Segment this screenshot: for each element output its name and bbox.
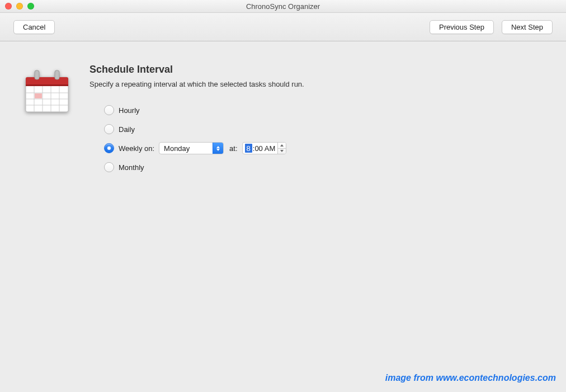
- option-weekly-label: Weekly on:: [119, 144, 154, 153]
- toolbar: Cancel Previous Step Next Step: [0, 13, 566, 41]
- option-monthly[interactable]: Monthly: [104, 158, 555, 177]
- weekly-time-field[interactable]: 8:00 AM: [242, 142, 287, 154]
- close-window-icon[interactable]: [5, 3, 12, 10]
- option-hourly-label: Hourly: [119, 106, 140, 115]
- weekly-time-rest: :00 AM: [253, 144, 275, 153]
- attribution-text: image from www.econtechnologies.com: [385, 373, 556, 383]
- section-description: Specify a repeating interval at which th…: [89, 80, 555, 88]
- time-stepper[interactable]: [277, 143, 286, 154]
- radio-daily[interactable]: [104, 124, 114, 134]
- radio-monthly[interactable]: [104, 162, 114, 172]
- weekly-time-text: 8:00 AM: [243, 143, 278, 154]
- option-daily[interactable]: Daily: [104, 120, 555, 139]
- section-title: Schedule Interval: [89, 64, 555, 75]
- option-weekly[interactable]: Weekly on: Monday at: 8:00 AM: [104, 139, 555, 158]
- select-arrows-icon: [213, 143, 223, 154]
- svg-rect-12: [35, 93, 42, 98]
- traffic-lights: [5, 3, 34, 10]
- weekly-time-hour: 8: [245, 144, 252, 153]
- previous-step-button[interactable]: Previous Step: [430, 20, 494, 34]
- weekly-day-select[interactable]: Monday: [159, 142, 224, 154]
- time-stepper-down[interactable]: [278, 148, 286, 154]
- cancel-button[interactable]: Cancel: [13, 20, 55, 34]
- option-daily-label: Daily: [119, 125, 135, 134]
- minimize-window-icon[interactable]: [16, 3, 23, 10]
- at-label: at:: [229, 144, 237, 153]
- svg-rect-4: [55, 70, 59, 79]
- option-hourly[interactable]: Hourly: [104, 101, 555, 120]
- next-step-button[interactable]: Next Step: [502, 20, 553, 34]
- option-monthly-label: Monthly: [119, 163, 144, 172]
- zoom-window-icon[interactable]: [27, 3, 34, 10]
- time-stepper-up[interactable]: [278, 143, 286, 148]
- content-area: Schedule Interval Specify a repeating in…: [0, 41, 566, 177]
- titlebar: ChronoSync Organizer: [0, 0, 566, 13]
- weekly-day-value: Monday: [159, 144, 213, 153]
- interval-options: Hourly Daily Weekly on: Monday at:: [104, 101, 555, 177]
- radio-weekly[interactable]: [104, 143, 114, 153]
- window-title: ChronoSync Organizer: [0, 2, 566, 11]
- radio-hourly[interactable]: [104, 105, 114, 115]
- svg-rect-3: [35, 70, 39, 79]
- calendar-icon: [22, 67, 72, 116]
- svg-rect-2: [26, 84, 68, 86]
